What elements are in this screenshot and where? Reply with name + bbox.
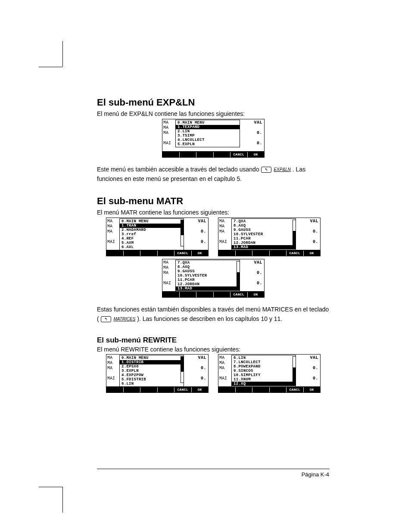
menu-item[interactable]: 0.MAIN MENU: [176, 121, 240, 125]
calc-screen: MA MA MA MAI 7.QXA8.AXQ9.GAUSS10.SYLVEST…: [218, 218, 321, 256]
softkey-cancl[interactable]: CANCL: [286, 387, 304, 392]
menu-item[interactable]: 1.TEXPAND: [176, 125, 240, 129]
menu-item[interactable]: 11.XNUM: [232, 377, 296, 382]
page: El sub-menú EXP&LN El menú de EXP&LN con…: [0, 0, 411, 532]
softkey-cancl[interactable]: CANCL: [174, 251, 192, 256]
key-label-matrices: MATRICES: [113, 316, 135, 323]
intro-expln: El menú de EXP&LN contiene las funciones…: [97, 110, 330, 118]
screen-left-labels: MA MA MA MAI: [163, 120, 171, 146]
menu-item[interactable]: 10.SYLVESTER: [176, 274, 240, 278]
intro-rewrite: El menú REWRITE contiene las funciones s…: [97, 345, 330, 354]
softkeys: CANCL OK: [162, 151, 264, 157]
page-number: Página K-4: [302, 471, 329, 478]
menu-item[interactable]: 6.AXL: [120, 245, 184, 249]
menu-rewrite-a: 0.MAIN MENU1.DISTRIB2.EPSX03.EXPLN4.EXP2…: [119, 355, 184, 387]
menu-item[interactable]: 10.SYLVESTER: [232, 232, 296, 236]
menu-item[interactable]: 2.EPSX0: [120, 364, 184, 369]
scrollbar: [293, 220, 296, 246]
menu-matr-c: 7.QXA8.AXQ9.GAUSS10.SYLVESTER11.PCAR12.J…: [175, 260, 240, 292]
scrollbar: [181, 356, 184, 383]
menu-item[interactable]: 6.LIN: [232, 356, 296, 360]
softkey-cancl[interactable]: CANCL: [174, 387, 192, 392]
menu-item[interactable]: 13.MAD: [176, 286, 240, 291]
menu-item[interactable]: 10.SIMPLIFY: [232, 373, 296, 377]
menu-item[interactable]: 11.PCAR: [232, 236, 296, 241]
menu-item[interactable]: 12.JORDAN: [176, 282, 240, 286]
menu-item[interactable]: 12.XQ: [232, 382, 296, 386]
menu-item[interactable]: 8.AXQ: [176, 265, 240, 269]
after-matr: Estas funciones están también disponible…: [97, 305, 330, 324]
calc-screen: MA MA MA MAI 6.LIN7.LNCOLLECT8.POWEXPAND…: [218, 354, 321, 393]
calc-screen: MA MA MA MAI 0.MAIN MENU1.TEXPAND2.LIN3.…: [162, 119, 265, 158]
menu-item[interactable]: 9.SINCOS: [232, 369, 296, 373]
intro-matr: El menú MATR contiene las funciones sigu…: [97, 208, 330, 217]
content-area: El sub-menú EXP&LN El menú de EXP&LN con…: [97, 97, 330, 395]
softkey-cancl[interactable]: CANCL: [230, 152, 248, 157]
crop-mark: [39, 67, 62, 67]
footer-rule: [97, 469, 330, 469]
key-label-expln: EXP&LN: [274, 166, 290, 173]
menu-item[interactable]: 7.QXA: [232, 219, 296, 224]
after-expln: Este menú es también accesible a través …: [97, 165, 330, 184]
menu-item[interactable]: 4.LNCOLLECT: [176, 138, 240, 142]
menu-item[interactable]: 9.GAUSS: [232, 228, 296, 232]
menu-item[interactable]: 7.QXA: [176, 261, 240, 265]
menu-item[interactable]: 3.TSIMP: [176, 134, 240, 138]
heading-matr: El sub-menu MATR: [97, 196, 330, 207]
menu-item[interactable]: 5.FDISTRIB: [120, 377, 184, 382]
heading-expln: El sub-menú EXP&LN: [97, 97, 330, 108]
screen-right-vals: VAL 0. 0.: [254, 120, 262, 146]
crop-mark: [62, 487, 63, 513]
screenshot-matr-row2: MA MA MA MAI 7.QXA8.AXQ9.GAUSS10.SYLVEST…: [97, 259, 330, 299]
softkey-cancl[interactable]: CANCL: [230, 292, 248, 297]
menu-item[interactable]: 1.DISTRIB: [120, 360, 184, 364]
menu-item[interactable]: 0.MAIN MENU: [120, 219, 184, 224]
calc-screen: MA MA MA MAI 7.QXA8.AXQ9.GAUSS10.SYLVEST…: [162, 259, 265, 298]
menu-item[interactable]: 4.REF: [120, 236, 184, 241]
calc-screen: MA MA MA MAI 0.MAIN MENU1.TRAN2.HADAMARD…: [106, 218, 209, 256]
heading-rewrite: El sub-menú REWRITE: [97, 336, 330, 345]
screenshot-matr-row1: MA MA MA MAI 0.MAIN MENU1.TRAN2.HADAMARD…: [97, 218, 330, 256]
softkey-ok[interactable]: OK: [304, 387, 321, 392]
menu-matr-a: 0.MAIN MENU1.TRAN2.HADAMARD3.rref4.REF5.…: [119, 218, 184, 250]
menu-item[interactable]: 2.LIN: [176, 129, 240, 134]
menu-item[interactable]: 6.LIN: [120, 382, 184, 386]
crop-mark: [39, 487, 62, 487]
menu-matr-b: 7.QXA8.AXQ9.GAUSS10.SYLVESTER11.PCAR12.J…: [231, 218, 296, 250]
menu-expln: 0.MAIN MENU1.TEXPAND2.LIN3.TSIMP4.LNCOLL…: [175, 120, 240, 147]
menu-item[interactable]: 5.AXM: [120, 241, 184, 245]
menu-item[interactable]: 2.HADAMARD: [120, 228, 184, 232]
left-shift-key-icon: ↰: [261, 167, 271, 173]
softkey-ok[interactable]: OK: [248, 292, 265, 297]
menu-rewrite-b: 6.LIN7.LNCOLLECT8.POWEXPAND9.SINCOS10.SI…: [231, 355, 296, 387]
menu-item[interactable]: 0.MAIN MENU: [120, 356, 184, 360]
crop-mark: [62, 41, 63, 67]
softkey-cancl[interactable]: CANCL: [286, 251, 304, 256]
menu-item[interactable]: 13.MAD: [232, 245, 296, 249]
softkey-ok[interactable]: OK: [304, 251, 321, 256]
menu-item[interactable]: 3.EXPLN: [120, 369, 184, 373]
scrollbar: [237, 261, 240, 288]
menu-item[interactable]: 5.EXPLN: [176, 142, 240, 146]
menu-item[interactable]: 8.AXQ: [232, 224, 296, 228]
menu-item[interactable]: 11.PCAR: [176, 278, 240, 282]
menu-item[interactable]: 4.EXP2POW: [120, 373, 184, 377]
scrollbar: [181, 220, 184, 246]
menu-item[interactable]: 8.POWEXPAND: [232, 364, 296, 369]
menu-item[interactable]: 9.GAUSS: [176, 269, 240, 274]
menu-item[interactable]: 7.LNCOLLECT: [232, 360, 296, 364]
calc-screen: MA MA MA MAI 0.MAIN MENU1.DISTRIB2.EPSX0…: [106, 354, 209, 393]
menu-item[interactable]: 3.rref: [120, 232, 184, 236]
softkey-ok[interactable]: OK: [248, 152, 265, 157]
scrollbar: [293, 356, 296, 383]
softkey-ok[interactable]: OK: [192, 251, 209, 256]
left-shift-key-icon: ↰: [101, 316, 111, 322]
screenshot-rewrite: MA MA MA MAI 0.MAIN MENU1.DISTRIB2.EPSX0…: [97, 354, 330, 393]
softkey-ok[interactable]: OK: [192, 387, 209, 392]
screenshot-expln: MA MA MA MAI 0.MAIN MENU1.TEXPAND2.LIN3.…: [97, 119, 330, 159]
menu-item[interactable]: 1.TRAN: [120, 224, 184, 228]
menu-item[interactable]: 12.JORDAN: [232, 241, 296, 245]
